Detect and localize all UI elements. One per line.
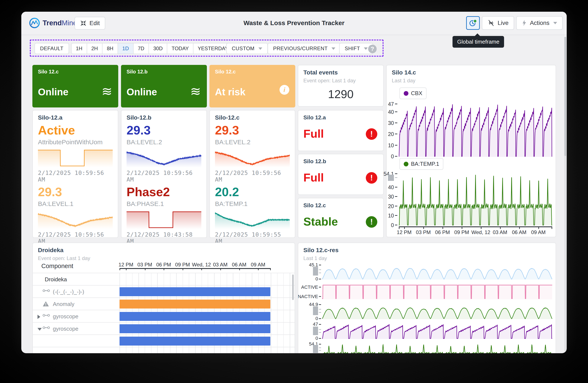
status-tile-status: Online: [38, 86, 68, 98]
app-header: TrendMiner Edit Waste & Loss Prevention …: [21, 12, 567, 35]
state-tile-title: Silo 12.b: [303, 158, 326, 165]
cres-title: Silo 12.c-res: [303, 247, 338, 254]
axis-tick-label: 30: [313, 347, 318, 353]
gantt-bar-blue[interactable]: [120, 337, 270, 345]
axis-tick-label: 20: [313, 330, 318, 335]
gantt-row-label: Anomaly: [53, 301, 74, 307]
silo14-subtitle: Last 1 day: [392, 78, 416, 84]
legend-batemp1[interactable]: BA:TEMP.1: [399, 158, 443, 170]
custom-dropdown-label: CUSTOM: [232, 46, 254, 52]
metric-value: 29.3: [215, 124, 290, 137]
state-tile-silo12a: Silo 12.a Full !: [298, 110, 384, 151]
preset-1d[interactable]: 1D: [118, 43, 134, 54]
gantt-bar-blue[interactable]: [120, 324, 270, 333]
axis-tick: [120, 268, 120, 270]
axis-tick: [404, 227, 405, 229]
axis-tick: [519, 227, 520, 229]
alert-icon[interactable]: !: [366, 216, 377, 228]
state-tile-silo12b: Silo 12.b Full !: [298, 154, 384, 195]
gantt-scrollbar[interactable]: [292, 274, 294, 300]
axis-tick: [126, 268, 126, 270]
metric-label: BA:LEVEL.2: [215, 138, 290, 146]
custom-dropdown[interactable]: CUSTOM: [226, 43, 268, 54]
preset-7d[interactable]: 7D: [133, 43, 149, 54]
metric-timestamp: 2/12/2025 10:59:56 AM: [126, 170, 201, 183]
axis-tick: [201, 268, 202, 270]
collapse-row-icon[interactable]: [38, 328, 42, 331]
axis-tick: [395, 196, 397, 197]
status-tile-status: Online: [126, 86, 157, 98]
lightning-icon: [522, 20, 527, 26]
axis-tick: [319, 344, 321, 345]
silo14-y-axis-cbx: 47403020100: [387, 103, 397, 157]
legend-cbx[interactable]: CBX: [399, 87, 426, 99]
edit-button[interactable]: Edit: [75, 17, 105, 30]
axis-tick: [319, 312, 321, 313]
axis-tick: [319, 338, 321, 339]
legend-label: CBX: [411, 90, 422, 96]
page-scrollbar[interactable]: [564, 37, 566, 352]
app-window: TrendMiner Edit Waste & Loss Prevention …: [21, 12, 567, 353]
previous-current-dropdown[interactable]: PREVIOUS/CURRENT: [268, 43, 341, 54]
sparkline: [38, 211, 113, 229]
band-chart-cres3: [322, 304, 552, 319]
gantt-bar-orange[interactable]: [120, 300, 270, 308]
metric-value: 20.2: [215, 185, 290, 198]
help-icon[interactable]: ?: [368, 45, 377, 53]
total-events-card: Total events Event open: Last 1 day 1290: [298, 65, 384, 107]
axis-tick: [319, 304, 321, 305]
page-scrollbar-thumb[interactable]: [564, 37, 566, 156]
axis-tick: [395, 215, 397, 216]
detail-card-title: Silo-12.a: [38, 114, 63, 121]
legend-dot: [404, 91, 408, 96]
state-value: Full: [303, 127, 324, 140]
gantt-bar-blue[interactable]: [120, 287, 270, 296]
total-events-title: Total events: [303, 69, 338, 76]
live-button[interactable]: Live: [482, 16, 514, 30]
link-icon: [42, 288, 50, 293]
status-tile-silo12c: Silo 12.c Online ≋: [32, 65, 118, 107]
axis-tick: [319, 309, 321, 310]
previous-current-label: PREVIOUS/CURRENT: [273, 46, 328, 52]
timeframe-default-button[interactable]: DEFAULT: [35, 43, 69, 54]
axis-tick-label: 40: [388, 184, 394, 191]
preset-today[interactable]: TODAY: [167, 43, 193, 54]
axis-tick-label: INACTIVE: [298, 294, 318, 299]
axis-tick: [319, 318, 321, 319]
axis-tick: [395, 104, 397, 104]
clock-icon: [469, 19, 477, 27]
axis-tick-label: 47: [313, 322, 318, 327]
sparkline: [215, 211, 290, 229]
warning-icon: [42, 301, 49, 307]
preset-30d[interactable]: 30D: [148, 43, 167, 54]
axis-tick-label: 20: [388, 203, 394, 209]
axis-tick: [395, 156, 397, 157]
state-tile-title: Silo 12.c: [303, 202, 326, 209]
alert-icon[interactable]: !: [366, 172, 377, 184]
gantt-row-label: (-(-_(-_-)_-)-): [53, 288, 84, 295]
metric-timestamp: 2/12/2025 10:59:56 AM: [215, 170, 290, 183]
preset-8h[interactable]: 8H: [102, 43, 118, 54]
axis-tick-label: 10: [388, 212, 394, 219]
trendminer-logo-icon: [29, 18, 40, 29]
axis-tick-label: 47: [388, 101, 394, 107]
preset-1h[interactable]: 1H: [71, 43, 87, 54]
droideka-subtitle: Event open: Last 1 day: [38, 255, 90, 261]
expand-icon[interactable]: [38, 315, 40, 319]
legend-label: BA:TEMP.1: [411, 161, 439, 167]
info-icon[interactable]: i: [279, 85, 289, 95]
total-events-subtitle: Event open: Last 1 day: [303, 78, 356, 84]
preset-2h[interactable]: 2H: [87, 43, 103, 54]
axis-tick-label: 30: [388, 120, 394, 126]
alert-icon[interactable]: !: [366, 128, 377, 140]
chevron-down-icon: [332, 47, 335, 50]
silo14-y-axis-temp: 54.150403020100: [387, 173, 397, 226]
axis-tick: [319, 350, 321, 351]
axis-tick: [395, 206, 397, 206]
global-timeframe-button[interactable]: [466, 16, 480, 30]
metric-value: Active: [38, 124, 113, 137]
gantt-bar-blue[interactable]: [120, 312, 270, 321]
metric-value: Phase2: [126, 185, 201, 198]
axis-tick-label: 0: [315, 316, 318, 321]
actions-button[interactable]: Actions: [516, 16, 563, 30]
